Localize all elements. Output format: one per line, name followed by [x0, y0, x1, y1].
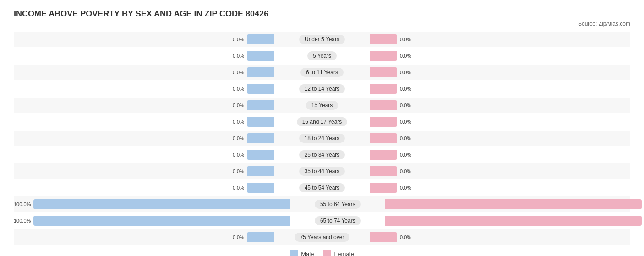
- row-label: 12 to 14 Years: [299, 84, 345, 93]
- male-bar: [33, 216, 290, 226]
- male-bar: [247, 34, 274, 44]
- female-value: 0.0%: [400, 136, 411, 141]
- legend: Male Female: [14, 250, 630, 256]
- female-bar-wrapper: 0.0%: [370, 48, 630, 64]
- right-bar-area: 100.0%: [383, 196, 644, 212]
- row-label: 45 to 54 Years: [299, 183, 345, 192]
- male-value: 100.0%: [14, 218, 31, 223]
- chart-row: 0.0% 35 to 44 Years 0.0%: [14, 163, 630, 179]
- female-bar: [385, 199, 642, 209]
- male-value: 0.0%: [233, 53, 244, 59]
- male-value: 0.0%: [233, 103, 244, 108]
- right-bar-area: 100.0%: [383, 213, 644, 229]
- female-value: 0.0%: [400, 37, 411, 42]
- female-value: 0.0%: [400, 70, 411, 75]
- female-bar-wrapper: 0.0%: [370, 147, 630, 163]
- female-bar: [370, 34, 397, 44]
- male-bar-wrapper: 0.0%: [14, 163, 274, 179]
- female-bar: [370, 100, 397, 110]
- female-bar-wrapper: 0.0%: [370, 81, 630, 97]
- female-bar-wrapper: 0.0%: [370, 131, 630, 146]
- row-label-cell: 15 Years: [276, 101, 368, 110]
- legend-male-label: Male: [301, 251, 314, 256]
- female-bar: [370, 183, 397, 193]
- male-bar-wrapper: 0.0%: [14, 81, 274, 97]
- row-label-cell: 35 to 44 Years: [276, 167, 368, 176]
- right-bar-area: 0.0%: [368, 32, 630, 47]
- left-bar-area: 0.0%: [14, 98, 276, 113]
- row-label: 35 to 44 Years: [299, 167, 345, 176]
- chart-row: 0.0% 6 to 11 Years 0.0%: [14, 65, 630, 80]
- row-label-cell: 6 to 11 Years: [276, 68, 368, 77]
- male-bar-wrapper: 0.0%: [14, 131, 274, 146]
- left-bar-area: 0.0%: [14, 32, 276, 47]
- row-label-cell: 16 and 17 Years: [276, 117, 368, 126]
- female-bar-wrapper: 0.0%: [370, 180, 630, 196]
- chart-row: 0.0% 18 to 24 Years 0.0%: [14, 131, 630, 146]
- row-label-cell: Under 5 Years: [276, 35, 368, 44]
- male-bar-wrapper: 0.0%: [14, 114, 274, 130]
- row-label: 55 to 64 Years: [315, 200, 361, 209]
- male-bar: [247, 166, 274, 176]
- chart-row: 0.0% 16 and 17 Years 0.0%: [14, 114, 630, 130]
- right-bar-area: 0.0%: [368, 147, 630, 163]
- female-value: 0.0%: [400, 234, 411, 240]
- row-label-cell: 5 Years: [276, 51, 368, 60]
- female-value: 0.0%: [400, 103, 411, 108]
- chart-row: 0.0% 5 Years 0.0%: [14, 48, 630, 64]
- row-label-cell: 18 to 24 Years: [276, 134, 368, 143]
- right-bar-area: 0.0%: [368, 81, 630, 97]
- female-value: 0.0%: [400, 152, 411, 158]
- male-value: 0.0%: [233, 119, 244, 125]
- legend-female: Female: [323, 250, 354, 256]
- chart-row: 0.0% 12 to 14 Years 0.0%: [14, 81, 630, 97]
- left-bar-area: 100.0%: [14, 213, 292, 229]
- chart-row: 0.0% 45 to 54 Years 0.0%: [14, 180, 630, 196]
- male-bar-wrapper: 0.0%: [14, 65, 274, 80]
- female-bar: [370, 166, 397, 176]
- row-label: 15 Years: [306, 101, 338, 110]
- left-bar-area: 0.0%: [14, 180, 276, 196]
- chart-row: 0.0% Under 5 Years 0.0%: [14, 32, 630, 47]
- male-value: 0.0%: [233, 37, 244, 42]
- row-label: 16 and 17 Years: [297, 117, 348, 126]
- female-bar: [370, 133, 397, 143]
- female-bar: [370, 232, 397, 242]
- female-bar: [370, 117, 397, 127]
- left-bar-area: 0.0%: [14, 81, 276, 97]
- male-bar: [247, 133, 274, 143]
- chart-row: 100.0% 55 to 64 Years 100.0%: [14, 196, 630, 212]
- male-bar-wrapper: 0.0%: [14, 48, 274, 64]
- row-label-cell: 55 to 64 Years: [292, 200, 383, 209]
- male-value: 0.0%: [233, 70, 244, 75]
- female-bar-wrapper: 100.0%: [385, 196, 644, 212]
- chart-row: 0.0% 25 to 34 Years 0.0%: [14, 147, 630, 163]
- female-bar-wrapper: 0.0%: [370, 229, 630, 245]
- left-bar-area: 0.0%: [14, 163, 276, 179]
- male-bar: [33, 199, 290, 209]
- row-label-cell: 75 Years and over: [276, 233, 368, 242]
- male-bar: [247, 51, 274, 61]
- female-bar: [370, 150, 397, 160]
- left-bar-area: 0.0%: [14, 229, 276, 245]
- male-value: 0.0%: [233, 86, 244, 92]
- female-bar-wrapper: 0.0%: [370, 98, 630, 113]
- row-label: 75 Years and over: [295, 233, 350, 242]
- female-value: 0.0%: [400, 53, 411, 59]
- female-bar-wrapper: 0.0%: [370, 114, 630, 130]
- male-bar: [247, 150, 274, 160]
- row-label-cell: 45 to 54 Years: [276, 183, 368, 192]
- source-label: Source: ZipAtlas.com: [14, 21, 630, 27]
- chart-title: INCOME ABOVE POVERTY BY SEX AND AGE IN Z…: [14, 9, 630, 19]
- female-value: 0.0%: [400, 86, 411, 92]
- male-bar: [247, 100, 274, 110]
- male-bar-wrapper: 0.0%: [14, 147, 274, 163]
- right-bar-area: 0.0%: [368, 229, 630, 245]
- row-label-cell: 12 to 14 Years: [276, 84, 368, 93]
- female-bar-wrapper: 0.0%: [370, 163, 630, 179]
- right-bar-area: 0.0%: [368, 98, 630, 113]
- male-value: 0.0%: [233, 136, 244, 141]
- chart-row: 100.0% 65 to 74 Years 100.0%: [14, 213, 630, 229]
- male-value: 0.0%: [233, 234, 244, 240]
- row-label: 65 to 74 Years: [315, 216, 361, 225]
